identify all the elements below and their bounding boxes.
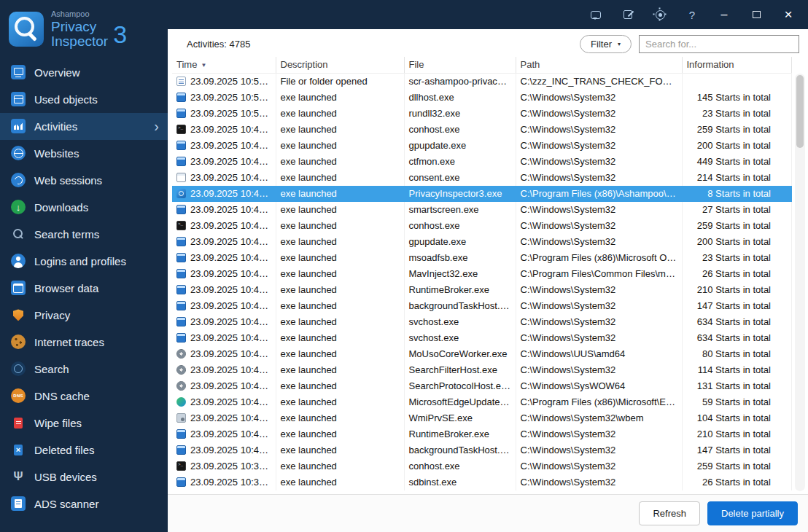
sidebar-item-downloads[interactable]: Downloads [0, 194, 168, 221]
table-row[interactable]: 23.09.2025 10:47:38exe launchedPrivacyIn… [172, 186, 792, 202]
cell-file: backgroundTaskHost.exe [404, 298, 516, 314]
cell-time: 23.09.2025 10:42:50 [172, 330, 276, 346]
cell-file: smartscreen.exe [404, 202, 516, 218]
notes-button[interactable] [621, 8, 634, 21]
sidebar-item-websites[interactable]: Websites [0, 140, 168, 167]
time-text: 23.09.2025 10:48:58 [190, 140, 276, 151]
table-row[interactable]: 23.09.2025 10:41:48exe launchedMicrosoft… [172, 394, 792, 410]
help-button[interactable]: ? [685, 8, 699, 21]
minimize-button[interactable]: – [718, 8, 731, 21]
table-row[interactable]: 23.09.2025 10:40:22exe launchedbackgroun… [172, 442, 792, 458]
maximize-button[interactable] [750, 8, 763, 21]
sidebar-item-label: Deleted files [34, 444, 95, 456]
sidebar-item-wipe-files[interactable]: Wipe files [0, 410, 168, 437]
table-row[interactable]: 23.09.2025 10:42:50exe launchedsvchost.e… [172, 330, 792, 346]
cell-information: 26 Starts in total [682, 474, 792, 490]
table-row[interactable]: 23.09.2025 10:41:51exe launchedSearchFil… [172, 362, 792, 378]
column-header-desc[interactable]: Description [276, 57, 404, 74]
downloads-icon [11, 200, 26, 214]
table-row[interactable]: 23.09.2025 10:47:38exe launchedsmartscre… [172, 202, 792, 218]
table-row[interactable]: 23.09.2025 10:50:20File or folder opened… [172, 74, 792, 90]
sidebar-item-deleted-files[interactable]: Deleted files [0, 437, 168, 463]
table-row[interactable]: 23.09.2025 10:48:58exe launchedgpupdate.… [172, 138, 792, 154]
sidebar-item-search-terms[interactable]: Search terms [0, 221, 168, 248]
table-row[interactable]: 23.09.2025 10:42:50exe launchedbackgroun… [172, 298, 792, 314]
time-text: 23.09.2025 10:41:51 [190, 380, 276, 391]
file-type-icon [176, 429, 186, 439]
activities-table: Time▼DescriptionFilePathInformation 23.0… [172, 57, 792, 490]
table-row[interactable]: 23.09.2025 10:42:50exe launchedMoUsoCore… [172, 346, 792, 362]
table-row[interactable]: 23.09.2025 10:47:38exe launchedctfmon.ex… [172, 154, 792, 170]
sidebar-item-internet-traces[interactable]: Internet traces [0, 329, 168, 356]
sidebar-item-privacy[interactable]: Privacy [0, 302, 168, 329]
table-row[interactable]: 23.09.2025 10:41:04exe launchedWmiPrvSE.… [172, 410, 792, 426]
search-input[interactable] [639, 35, 799, 53]
column-header-time[interactable]: Time▼ [172, 57, 276, 74]
table-row[interactable]: 23.09.2025 10:41:51exe launchedSearchPro… [172, 378, 792, 394]
sidebar-item-web-sessions[interactable]: Web sessions [0, 167, 168, 194]
table-row[interactable]: 23.09.2025 10:42:50exe launchedRuntimeBr… [172, 282, 792, 298]
vertical-scrollbar[interactable] [795, 74, 805, 491]
table-row[interactable]: 23.09.2025 10:43:46exe launchedmsoadfsb.… [172, 250, 792, 266]
table-row[interactable]: 23.09.2025 10:46:18exe launchedgpupdate.… [172, 234, 792, 250]
table-row[interactable]: 23.09.2025 10:42:50exe launchedsvchost.e… [172, 314, 792, 330]
column-header-path[interactable]: Path [516, 57, 682, 74]
cell-file: conhost.exe [404, 122, 516, 138]
column-header-info[interactable]: Information [682, 57, 792, 74]
time-text: 23.09.2025 10:42:50 [190, 316, 276, 327]
sidebar-item-ads-scanner[interactable]: ADS scanner [0, 490, 168, 517]
file-type-icon [176, 285, 186, 294]
sidebar-item-activities[interactable]: Activities› [0, 113, 168, 140]
cell-time: 23.09.2025 10:46:18 [172, 234, 276, 250]
maximize-icon [753, 11, 761, 18]
time-text: 23.09.2025 10:39:06 [190, 477, 276, 488]
table-row[interactable]: 23.09.2025 10:50:02exe launchedrundll32.… [172, 106, 792, 122]
ads-scanner-icon [11, 496, 26, 511]
sidebar-item-label: Privacy [34, 309, 70, 321]
delete-partially-button[interactable]: Delete partially [707, 501, 798, 525]
cell-description: exe launched [276, 202, 404, 218]
table-header-row: Time▼DescriptionFilePathInformation [172, 57, 792, 74]
table-row[interactable]: 23.09.2025 10:47:38exe launchedconsent.e… [172, 170, 792, 186]
refresh-button[interactable]: Refresh [639, 501, 700, 525]
file-type-icon [176, 221, 186, 230]
sidebar-item-search[interactable]: Search [0, 356, 168, 383]
table-row[interactable]: 23.09.2025 10:50:04exe launcheddllhost.e… [172, 90, 792, 106]
cell-information: 26 Starts in total [682, 266, 792, 282]
scrollbar-thumb[interactable] [796, 75, 804, 148]
sidebar-item-overview[interactable]: Overview [0, 59, 168, 86]
file-type-icon [176, 237, 186, 246]
sidebar-item-dns-cache[interactable]: DNS cache [0, 383, 168, 410]
app-title-line1: Privacy [51, 20, 108, 34]
cell-information: 259 Starts in total [682, 218, 792, 234]
table-row[interactable]: 23.09.2025 10:46:18exe launchedconhost.e… [172, 218, 792, 234]
sidebar-item-logins-and-profiles[interactable]: Logins and profiles [0, 248, 168, 275]
cell-file: sdbinst.exe [404, 474, 516, 490]
sidebar-item-usb-devices[interactable]: USB devices [0, 463, 168, 490]
cell-time: 23.09.2025 10:43:46 [172, 266, 276, 282]
table-row[interactable]: 23.09.2025 10:48:58exe launchedconhost.e… [172, 122, 792, 138]
file-type-icon [176, 93, 186, 102]
sidebar-item-used-objects[interactable]: Used objects [0, 86, 168, 113]
file-type-icon [176, 381, 186, 391]
column-header-file[interactable]: File [404, 57, 516, 74]
cell-time: 23.09.2025 10:50:04 [172, 90, 276, 106]
table-row[interactable]: 23.09.2025 10:39:06exe launchedsdbinst.e… [172, 474, 792, 490]
close-button[interactable]: × [782, 8, 795, 21]
cell-time: 23.09.2025 10:40:22 [172, 426, 276, 442]
cell-file: msoadfsb.exe [404, 250, 516, 266]
internet-traces-icon [11, 335, 26, 349]
cell-description: exe launched [276, 266, 404, 282]
table-row[interactable]: 23.09.2025 10:43:46exe launchedMavInject… [172, 266, 792, 282]
sidebar-item-browser-data[interactable]: Browser data [0, 275, 168, 302]
sidebar-item-label: Search [34, 363, 69, 375]
table-row[interactable]: 23.09.2025 10:40:22exe launchedRuntimeBr… [172, 426, 792, 442]
feedback-button[interactable] [589, 8, 602, 21]
settings-button[interactable] [653, 8, 667, 21]
cell-path: C:\Windows\System32 [516, 154, 682, 170]
cell-information: 147 Starts in total [682, 442, 792, 458]
filter-button[interactable]: Filter ▾ [580, 35, 632, 53]
table-row[interactable]: 23.09.2025 10:39:06exe launchedconhost.e… [172, 458, 792, 474]
cell-time: 23.09.2025 10:42:50 [172, 282, 276, 298]
cell-information: 23 Starts in total [682, 106, 792, 122]
